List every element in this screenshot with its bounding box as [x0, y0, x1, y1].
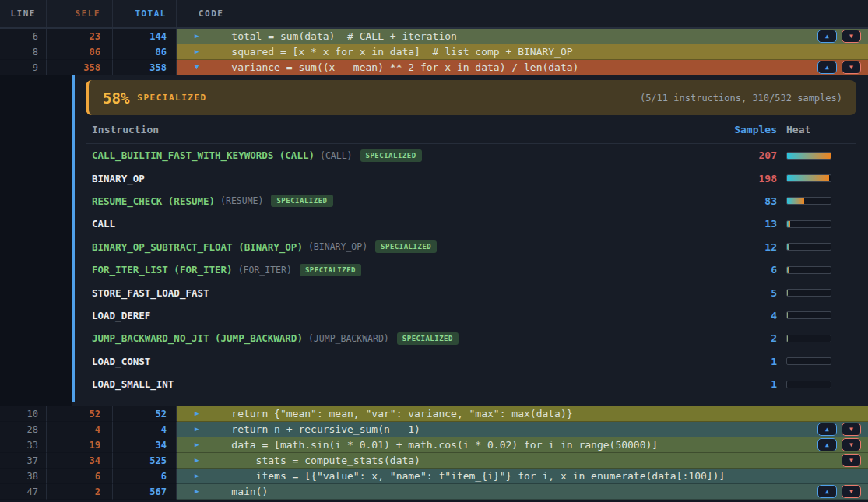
heat-bar-fill — [787, 198, 804, 204]
column-header-line[interactable]: LINE — [0, 0, 47, 27]
code-cell[interactable]: ▶ return {"mean": mean, "var": variance,… — [177, 406, 868, 422]
base-opcode: (JUMP_BACKWARD) — [308, 333, 389, 344]
instruction-name-cell: RESUME_CHECK (RESUME)(RESUME)SPECIALIZED — [86, 195, 722, 207]
jump-down-button[interactable]: ▼ — [842, 485, 861, 498]
column-header-total[interactable]: TOTAL — [113, 0, 177, 27]
jump-down-button[interactable]: ▼ — [842, 61, 861, 74]
code-cell[interactable]: ▶ return n + recursive_sum(n - 1)▲▼ — [177, 422, 868, 437]
heat-bar — [786, 243, 831, 251]
instruction-name: FOR_ITER_LIST (FOR_ITER) — [92, 264, 233, 276]
jump-down-button[interactable]: ▼ — [842, 454, 861, 467]
instruction-row[interactable]: RESUME_CHECK (RESUME)(RESUME)SPECIALIZED… — [86, 190, 856, 212]
instruction-name-cell: LOAD_DEREF — [86, 310, 722, 321]
instruction-row[interactable]: STORE_FAST_LOAD_FAST5 — [86, 281, 856, 304]
code-cell[interactable]: ▶ data = [math.sin(i * 0.01) + math.cos(… — [177, 437, 868, 453]
instruction-sample-count: 83 — [722, 195, 777, 207]
heat-bar-fill — [787, 175, 829, 181]
heat-bar — [786, 289, 831, 297]
line-number: 6 — [0, 29, 47, 44]
expand-caret-icon[interactable]: ▶ — [195, 33, 206, 40]
source-row-line-47: 472567▶ main()▲▼ — [0, 484, 868, 500]
code-cell[interactable]: ▶ total = sum(data) # CALL + iteration▲▼ — [177, 29, 868, 44]
profiler-window: LINE SELF TOTAL CODE 623144▶ total = sum… — [0, 0, 868, 502]
expand-caret-icon[interactable]: ▶ — [195, 48, 206, 55]
heat-bar-fill — [787, 267, 789, 273]
expand-caret-icon[interactable]: ▶ — [195, 441, 206, 448]
expand-caret-icon[interactable]: ▶ — [195, 426, 206, 433]
source-row-line-6: 623144▶ total = sum(data) # CALL + itera… — [0, 29, 868, 44]
instruction-row[interactable]: LOAD_SMALL_INT1 — [86, 373, 856, 395]
collapse-caret-icon[interactable]: ▼ — [195, 64, 206, 71]
column-header-self[interactable]: SELF — [47, 0, 113, 27]
column-header-code[interactable]: CODE — [177, 0, 868, 27]
jump-up-button[interactable]: ▲ — [817, 61, 837, 74]
instruction-name: LOAD_DEREF — [92, 310, 150, 321]
code-cell[interactable]: ▶ items = [{"value": x, "name": f"item_{… — [177, 469, 868, 484]
total-samples: 52 — [113, 406, 177, 422]
jump-up-button[interactable]: ▲ — [817, 438, 837, 451]
source-code-text: variance = sum((x - mean) ** 2 for x in … — [207, 61, 578, 73]
instruction-row[interactable]: FOR_ITER_LIST (FOR_ITER)(FOR_ITER)SPECIA… — [86, 258, 856, 281]
heat-bar — [786, 311, 831, 319]
line-number: 38 — [0, 469, 47, 484]
jump-up-button[interactable]: ▲ — [817, 423, 837, 436]
samples-column-header[interactable]: Samples — [722, 124, 777, 135]
self-samples: 358 — [47, 60, 113, 75]
instruction-column-header: Instruction — [86, 124, 722, 135]
source-code-text: data = [math.sin(i * 0.01) + math.cos(i … — [207, 439, 658, 451]
specialized-badge: SPECIALIZED — [300, 264, 361, 276]
code-cell[interactable]: ▼ variance = sum((x - mean) ** 2 for x i… — [177, 60, 868, 75]
instruction-sample-count: 1 — [722, 378, 777, 390]
instruction-row[interactable]: CALL_BUILTIN_FAST_WITH_KEYWORDS (CALL)(C… — [86, 144, 856, 167]
base-opcode: (CALL) — [320, 150, 353, 161]
instruction-row[interactable]: JUMP_BACKWARD_NO_JIT (JUMP_BACKWARD)(JUM… — [86, 327, 856, 349]
source-code-text: total = sum(data) # CALL + iteration — [207, 30, 457, 42]
jump-up-button[interactable]: ▲ — [817, 30, 837, 43]
self-samples: 4 — [47, 422, 113, 437]
source-row-line-38: 3866▶ items = [{"value": x, "name": f"it… — [0, 469, 868, 484]
jump-down-button[interactable]: ▼ — [842, 438, 861, 451]
heat-bar-fill — [787, 312, 788, 318]
heat-bar — [786, 381, 831, 388]
expand-caret-icon[interactable]: ▶ — [195, 410, 206, 417]
specialization-summary-banner: 58% SPECIALIZED (5/11 instructions, 310/… — [86, 80, 856, 115]
self-samples: 23 — [47, 29, 113, 44]
instruction-row[interactable]: LOAD_DEREF4 — [86, 304, 856, 327]
total-samples: 525 — [113, 453, 177, 469]
code-cell[interactable]: ▶ stats = compute_stats(data)▼ — [177, 453, 868, 469]
line-number: 28 — [0, 422, 47, 437]
jump-up-button[interactable]: ▲ — [817, 485, 837, 498]
instruction-name: CALL — [92, 218, 115, 230]
instruction-sample-count: 6 — [722, 264, 777, 276]
instruction-name-cell: BINARY_OP — [86, 173, 722, 184]
instruction-name: LOAD_SMALL_INT — [92, 378, 174, 390]
expand-caret-icon[interactable]: ▶ — [195, 457, 206, 464]
code-cell[interactable]: ▶ squared = [x * x for x in data] # list… — [177, 44, 868, 60]
expand-caret-icon[interactable]: ▶ — [195, 488, 206, 495]
self-samples: 19 — [47, 437, 113, 453]
instruction-row[interactable]: BINARY_OP198 — [86, 167, 856, 189]
instruction-sample-count: 4 — [722, 310, 777, 321]
jump-down-button[interactable]: ▼ — [842, 423, 861, 436]
instruction-row[interactable]: BINARY_OP_SUBTRACT_FLOAT (BINARY_OP)(BIN… — [86, 236, 856, 258]
instruction-name: RESUME_CHECK (RESUME) — [92, 195, 215, 207]
table-header: LINE SELF TOTAL CODE — [0, 0, 868, 29]
expand-caret-icon[interactable]: ▶ — [195, 472, 206, 479]
heat-bar — [786, 335, 831, 342]
source-code-text: main() — [207, 486, 268, 497]
instruction-row[interactable]: LOAD_CONST1 — [86, 350, 856, 373]
line-number: 37 — [0, 453, 47, 469]
total-samples: 567 — [113, 484, 177, 500]
instruction-name: LOAD_CONST — [92, 356, 150, 367]
heat-bar-fill — [787, 153, 831, 159]
source-code-text: return n + recursive_sum(n - 1) — [207, 423, 420, 435]
code-cell[interactable]: ▶ main()▲▼ — [177, 484, 868, 500]
instruction-row[interactable]: CALL13 — [86, 212, 856, 235]
source-row-line-9: 9358358▼ variance = sum((x - mean) ** 2 … — [0, 60, 868, 75]
instruction-sample-count: 1 — [722, 356, 777, 367]
jump-down-button[interactable]: ▼ — [842, 30, 861, 43]
instruction-name-cell: BINARY_OP_SUBTRACT_FLOAT (BINARY_OP)(BIN… — [86, 240, 722, 253]
gutter-strip — [0, 75, 72, 406]
instruction-name-cell: LOAD_CONST — [86, 356, 722, 367]
instruction-sample-count: 2 — [722, 332, 777, 344]
